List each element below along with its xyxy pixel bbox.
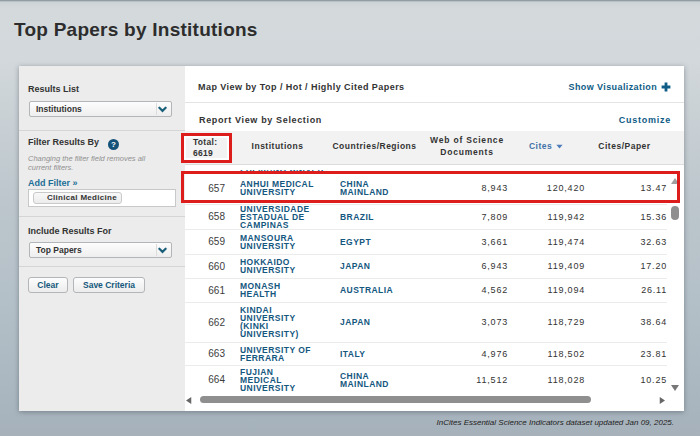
svg-text:?: ?: [111, 140, 116, 149]
